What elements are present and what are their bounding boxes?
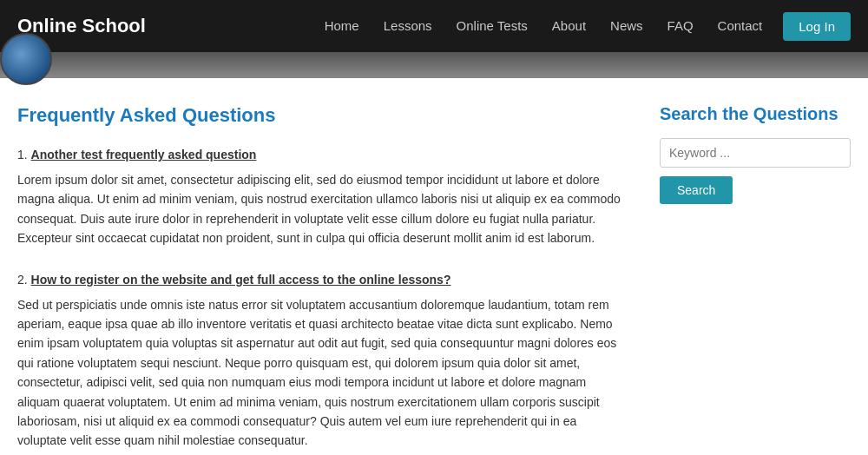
- faq-section: Frequently Asked Questions 1. Another te…: [17, 104, 625, 455]
- faq-question-2: 2. How to register on the website and ge…: [17, 273, 625, 287]
- nav-online-tests[interactable]: Online Tests: [444, 0, 540, 52]
- nav-lessons[interactable]: Lessons: [372, 0, 444, 52]
- faq-item-2: 2. How to register on the website and ge…: [17, 273, 625, 451]
- sidebar: Search the Questions Search: [660, 104, 851, 455]
- nav-about[interactable]: About: [540, 0, 598, 52]
- site-logo: Online School: [17, 15, 146, 37]
- search-button[interactable]: Search: [660, 176, 733, 204]
- nav-home[interactable]: Home: [312, 0, 372, 52]
- nav-news[interactable]: News: [598, 0, 655, 52]
- faq-number-2: 2.: [17, 273, 28, 287]
- page-wrap: Frequently Asked Questions 1. Another te…: [0, 78, 868, 455]
- nav-contact[interactable]: Contact: [706, 0, 775, 52]
- navbar: Online School Home Lessons Online Tests …: [0, 0, 868, 52]
- nav-links: Home Lessons Online Tests About News FAQ…: [312, 0, 851, 52]
- globe-image: [0, 33, 52, 85]
- faq-question-1: 1. Another test frequently asked questio…: [17, 148, 625, 162]
- faq-question-link-1[interactable]: Another test frequently asked question: [31, 148, 257, 162]
- sidebar-title: Search the Questions: [660, 104, 851, 124]
- nav-faq[interactable]: FAQ: [655, 0, 706, 52]
- faq-title: Frequently Asked Questions: [17, 104, 625, 127]
- login-button[interactable]: Log In: [783, 12, 851, 41]
- hero-strip: [0, 52, 868, 78]
- faq-question-link-2[interactable]: How to register on the website and get f…: [31, 273, 451, 287]
- faq-answer-1: Lorem ipsum dolor sit amet, consectetur …: [17, 170, 625, 248]
- faq-answer-2: Sed ut perspiciatis unde omnis iste natu…: [17, 295, 625, 451]
- faq-item-1: 1. Another test frequently asked questio…: [17, 148, 625, 248]
- faq-number-1: 1.: [17, 148, 28, 162]
- search-input[interactable]: [660, 138, 851, 168]
